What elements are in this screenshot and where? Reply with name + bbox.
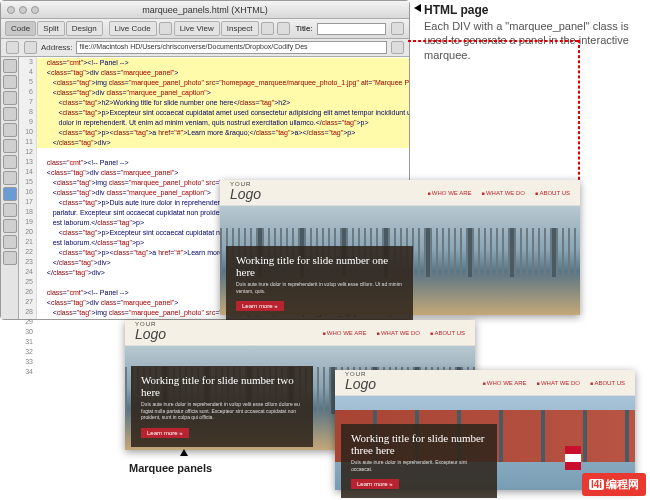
caption-body: Duis aute irure dolor in reprehenderit i… [236, 281, 403, 294]
panel-caption: Working title for slide number one here … [226, 246, 413, 320]
tool-icon[interactable] [3, 59, 17, 73]
annotation-body: Each DIV with a "marquee_panel" class is… [424, 19, 644, 62]
nav-item[interactable]: WHO WE ARE [427, 190, 471, 196]
nav-item[interactable]: WHAT WE DO [536, 380, 580, 386]
address-field[interactable]: file:///Macintosh HD/Users/chrisconverse… [76, 41, 387, 54]
code-line[interactable] [37, 148, 409, 158]
panel-header: YOURLogo WHO WE ARE WHAT WE DO ABOUT US [335, 370, 635, 396]
line-number: 18 [19, 207, 36, 217]
line-number: 32 [19, 347, 36, 357]
tool-icon[interactable] [3, 235, 17, 249]
tool-icon[interactable] [3, 219, 17, 233]
browse-icon[interactable] [391, 41, 404, 54]
code-line[interactable]: <class="tag">div class="marquee_panel_ca… [37, 88, 409, 98]
line-number: 22 [19, 247, 36, 257]
watermark: l4i 编程网 [582, 473, 646, 496]
toolbar-icon[interactable] [277, 22, 290, 35]
line-number: 29 [19, 317, 36, 327]
line-number: 25 [19, 277, 36, 287]
code-line[interactable]: </class="tag">div> [37, 138, 409, 148]
split-view-button[interactable]: Split [37, 21, 65, 36]
code-line[interactable]: <class="tag">div class="marquee_panel"> [37, 68, 409, 78]
line-number-gutter: 3456789101112131415161718192021222324252… [19, 57, 37, 319]
learn-more-link[interactable]: Learn more » [141, 428, 189, 438]
line-number: 5 [19, 77, 36, 87]
toolbar-icon[interactable] [261, 22, 274, 35]
line-number: 3 [19, 57, 36, 67]
code-line[interactable]: <class="tag">img class="marquee_panel_ph… [37, 78, 409, 88]
marquee-panels-label: Marquee panels [129, 462, 212, 474]
panel-header: YOURLogo WHO WE ARE WHAT WE DO ABOUT US [125, 320, 475, 346]
tool-icon[interactable] [3, 171, 17, 185]
caption-title: Working title for slide number three her… [351, 432, 487, 456]
line-number: 34 [19, 367, 36, 377]
tool-icon[interactable] [3, 75, 17, 89]
tool-icon[interactable] [3, 91, 17, 105]
code-line[interactable]: <class="tag">p><class="tag">a href="#">L… [37, 128, 409, 138]
nav-item[interactable]: WHO WE ARE [322, 330, 366, 336]
logo: YOURLogo [345, 372, 376, 393]
address-label: Address: [41, 43, 73, 52]
tool-icon[interactable] [3, 123, 17, 137]
line-number: 16 [19, 187, 36, 197]
arrow-up-icon [180, 449, 188, 456]
line-number: 24 [19, 267, 36, 277]
close-icon[interactable] [7, 6, 15, 14]
tool-icon[interactable] [3, 203, 17, 217]
window-title: marquee_panels.html (XHTML) [142, 5, 268, 15]
code-line[interactable]: class="cmt"><!-- Panel --> [37, 158, 409, 168]
line-number: 11 [19, 137, 36, 147]
tool-icon[interactable] [3, 107, 17, 121]
tool-icon[interactable] [3, 139, 17, 153]
tool-icon[interactable] [3, 155, 17, 169]
nav-item[interactable]: ABOUT US [535, 190, 570, 196]
line-number: 28 [19, 307, 36, 317]
line-number: 8 [19, 107, 36, 117]
back-icon[interactable] [6, 41, 19, 54]
live-view-button[interactable]: Live View [174, 21, 220, 36]
forward-icon[interactable] [24, 41, 37, 54]
panel-nav: WHO WE ARE WHAT WE DO ABOUT US [427, 190, 570, 196]
inspect-button[interactable]: Inspect [221, 21, 259, 36]
line-number: 6 [19, 87, 36, 97]
nav-item[interactable]: WHO WE ARE [482, 380, 526, 386]
line-number: 31 [19, 337, 36, 347]
toolbar-icon[interactable] [159, 22, 172, 35]
tool-icon[interactable] [3, 187, 17, 201]
view-toolbar: Code Split Design Live Code Live View In… [1, 19, 409, 39]
line-number: 15 [19, 177, 36, 187]
design-view-button[interactable]: Design [66, 21, 103, 36]
title-input[interactable] [317, 23, 386, 35]
code-view-button[interactable]: Code [5, 21, 36, 36]
line-number: 19 [19, 217, 36, 227]
panel-caption: Working title for slide number three her… [341, 424, 497, 498]
code-line[interactable]: <class="tag">div class="marquee_panel"> [37, 168, 409, 178]
line-number: 14 [19, 167, 36, 177]
nav-item[interactable]: WHAT WE DO [481, 190, 525, 196]
code-line[interactable]: <class="tag">p>Excepteur sint occaecat c… [37, 108, 409, 118]
annotation-html-page: HTML page Each DIV with a "marquee_panel… [424, 3, 644, 62]
code-tools-sidebar [1, 57, 19, 319]
window-controls[interactable] [7, 6, 39, 14]
zoom-icon[interactable] [31, 6, 39, 14]
marquee-panel-preview-3: YOURLogo WHO WE ARE WHAT WE DO ABOUT US … [335, 370, 635, 490]
line-number: 26 [19, 287, 36, 297]
live-code-button[interactable]: Live Code [109, 21, 157, 36]
toolbar-icon[interactable] [391, 22, 404, 35]
address-bar: Address: file:///Macintosh HD/Users/chri… [1, 39, 409, 57]
window-titlebar[interactable]: marquee_panels.html (XHTML) [1, 1, 409, 19]
code-line[interactable]: <class="tag">h2>Working title for slide … [37, 98, 409, 108]
learn-more-link[interactable]: Learn more » [351, 479, 399, 489]
nav-item[interactable]: ABOUT US [590, 380, 625, 386]
learn-more-link[interactable]: Learn more » [236, 301, 284, 311]
title-label: Title: [296, 24, 313, 33]
nav-item[interactable]: ABOUT US [430, 330, 465, 336]
line-number: 13 [19, 157, 36, 167]
code-line[interactable]: class="cmt"><!-- Panel --> [37, 58, 409, 68]
tool-icon[interactable] [3, 251, 17, 265]
code-line[interactable]: dolor in reprehenderit. Ut enim ad minim… [37, 118, 409, 128]
logo: YOURLogo [135, 322, 166, 343]
line-number: 10 [19, 127, 36, 137]
nav-item[interactable]: WHAT WE DO [376, 330, 420, 336]
minimize-icon[interactable] [19, 6, 27, 14]
